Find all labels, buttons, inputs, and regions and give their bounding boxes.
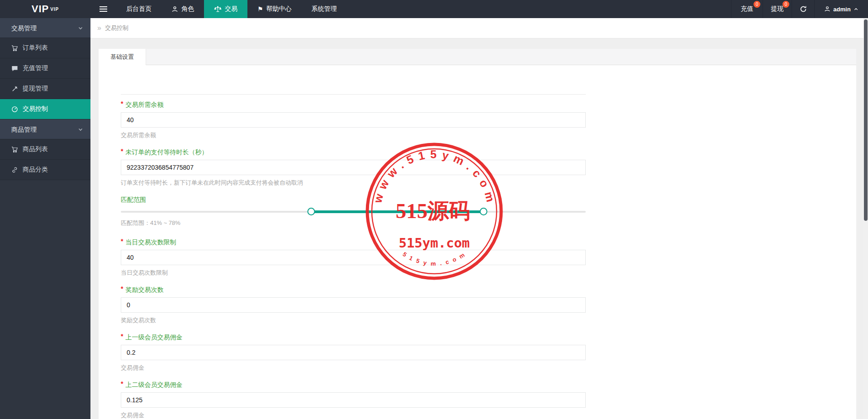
required-asterisk: * bbox=[121, 238, 123, 245]
nav-item-home[interactable]: 后台首页 bbox=[116, 0, 161, 18]
cart-icon bbox=[11, 45, 18, 52]
field-label: 匹配范围 bbox=[121, 196, 146, 204]
required-asterisk: * bbox=[121, 100, 123, 107]
link-icon bbox=[11, 167, 18, 173]
range-handle-max[interactable] bbox=[479, 208, 487, 215]
recharge-badge: 0 bbox=[754, 1, 760, 8]
sidebar-item-product-list[interactable]: 商品列表 bbox=[0, 139, 90, 160]
field-required-balance: * 交易所需余额 交易所需余额 bbox=[121, 100, 586, 139]
field-hint: 交易所需余额 bbox=[121, 131, 586, 139]
nav-item-roles[interactable]: 角色 bbox=[161, 0, 204, 18]
required-asterisk: * bbox=[121, 285, 123, 292]
reward-trade-count-input[interactable] bbox=[121, 297, 586, 313]
settings-form: * 交易所需余额 交易所需余额 * 未订单的支付等待时长（秒） 订单支付等待时长… bbox=[121, 94, 586, 419]
sidebar-item-trade-control[interactable]: 交易控制 bbox=[0, 99, 90, 119]
sidebar-item-label: 充值管理 bbox=[23, 64, 48, 72]
sidebar-item-recharge-management[interactable]: 充值管理 bbox=[0, 58, 90, 79]
field-label-row: * 未订单的支付等待时长（秒） bbox=[121, 148, 586, 157]
app-logo: VIPVIP bbox=[0, 0, 90, 18]
tab-label: 基础设置 bbox=[110, 53, 134, 60]
scrollbar-thumb[interactable] bbox=[864, 19, 868, 221]
match-range-slider bbox=[121, 207, 586, 216]
nav-item-help[interactable]: ⚑ 帮助中心 bbox=[247, 0, 302, 18]
field-label-row: * 交易所需余额 bbox=[121, 100, 586, 110]
recharge-button[interactable]: 充值 0 bbox=[731, 0, 763, 18]
nav-item-label: 系统管理 bbox=[312, 5, 337, 13]
daily-trade-limit-input[interactable] bbox=[121, 250, 586, 265]
required-balance-input[interactable] bbox=[121, 112, 586, 128]
field-hint: 奖励交易次数 bbox=[121, 316, 586, 324]
sidebar-item-label: 订单列表 bbox=[23, 44, 48, 52]
gauge-icon bbox=[11, 106, 18, 113]
form-divider bbox=[121, 94, 586, 95]
field-hint: 当日交易次数限制 bbox=[121, 269, 586, 277]
field-hint: 匹配范围：41% ~ 78% bbox=[121, 219, 586, 227]
breadcrumb-arrow-icon: » bbox=[97, 24, 101, 32]
required-asterisk: * bbox=[121, 148, 123, 155]
comment-icon bbox=[11, 65, 18, 72]
nav-item-label: 后台首页 bbox=[126, 5, 152, 13]
field-level1-commission: * 上一级会员交易佣金 交易佣金 bbox=[121, 333, 586, 372]
field-match-range: 匹配范围 匹配范围：41% ~ 78% bbox=[121, 195, 586, 227]
chevron-down-icon bbox=[78, 25, 83, 31]
sidebar-group-label: 交易管理 bbox=[11, 24, 37, 32]
refresh-icon bbox=[800, 5, 807, 13]
sidebar-group-trade-management[interactable]: 交易管理 bbox=[0, 18, 90, 38]
sidebar-item-label: 商品列表 bbox=[23, 145, 48, 153]
chevron-down-icon bbox=[78, 127, 83, 132]
field-hint: 订单支付等待时长，新下订单未在此时间内容完成支付将会被自动取消 bbox=[121, 179, 586, 187]
nav-item-label: 交易 bbox=[225, 5, 237, 13]
field-label: 当日交易次数限制 bbox=[125, 238, 176, 247]
withdraw-label: 提现 bbox=[771, 5, 784, 13]
field-label: 交易所需余额 bbox=[125, 101, 163, 109]
tab-basic-settings[interactable]: 基础设置 bbox=[99, 49, 146, 65]
sidebar-group-product-management[interactable]: 商品管理 bbox=[0, 119, 90, 139]
nav-item-trade[interactable]: 交易 bbox=[204, 0, 247, 18]
withdraw-button[interactable]: 提现 0 bbox=[763, 0, 792, 18]
level1-commission-input[interactable] bbox=[121, 345, 586, 360]
field-label: 奖励交易次数 bbox=[125, 286, 163, 294]
vertical-scrollbar[interactable] bbox=[863, 18, 868, 419]
required-asterisk: * bbox=[121, 333, 123, 340]
sidebar-item-withdraw-management[interactable]: 提现管理 bbox=[0, 79, 90, 99]
recharge-label: 充值 bbox=[741, 5, 754, 13]
refresh-button[interactable] bbox=[792, 0, 814, 18]
field-payment-wait-time: * 未订单的支付等待时长（秒） 订单支付等待时长，新下订单未在此时间内容完成支付… bbox=[121, 148, 586, 187]
logo-text: VIP bbox=[32, 3, 49, 15]
range-selected-bar bbox=[311, 210, 483, 213]
hamburger-icon bbox=[100, 6, 107, 7]
field-hint: 交易佣金 bbox=[121, 364, 586, 372]
sidebar-item-label: 交易控制 bbox=[23, 105, 48, 113]
field-label: 上二级会员交易佣金 bbox=[125, 381, 182, 389]
content-panel: 基础设置 * 交易所需余额 交易所需余额 * 未订单的支付等待时长（秒） 订单支… bbox=[99, 49, 856, 419]
sidebar-group-label: 商品管理 bbox=[11, 126, 37, 133]
tab-bar: 基础设置 bbox=[99, 49, 856, 65]
breadcrumb-title: 交易控制 bbox=[105, 24, 128, 32]
nav-item-label: 角色 bbox=[181, 5, 194, 13]
payment-wait-time-input[interactable] bbox=[121, 160, 586, 175]
field-label: 上一级会员交易佣金 bbox=[125, 333, 182, 342]
logo-sup-text: VIP bbox=[50, 7, 59, 12]
sidebar-item-label: 商品分类 bbox=[23, 166, 48, 174]
field-hint: 交易佣金 bbox=[121, 411, 586, 419]
chevron-up-icon bbox=[854, 7, 859, 12]
admin-username: admin bbox=[833, 6, 850, 13]
sidebar-item-label: 提现管理 bbox=[23, 85, 48, 93]
flag-icon: ⚑ bbox=[257, 6, 263, 12]
field-label-row: * 上二级会员交易佣金 bbox=[121, 381, 586, 390]
field-label-row: 匹配范围 bbox=[121, 195, 586, 205]
gavel-icon bbox=[11, 86, 18, 92]
sidebar-item-product-category[interactable]: 商品分类 bbox=[0, 160, 90, 180]
sidebar-toggle-button[interactable] bbox=[90, 0, 116, 18]
withdraw-badge: 0 bbox=[783, 1, 789, 8]
range-handle-min[interactable] bbox=[308, 208, 315, 215]
nav-item-system[interactable]: 系统管理 bbox=[302, 0, 347, 18]
field-label: 未订单的支付等待时长（秒） bbox=[125, 148, 208, 157]
sidebar-item-order-list[interactable]: 订单列表 bbox=[0, 38, 90, 58]
field-daily-trade-limit: * 当日交易次数限制 当日交易次数限制 bbox=[121, 238, 586, 277]
level2-commission-input[interactable] bbox=[121, 392, 586, 408]
scales-icon bbox=[214, 6, 222, 13]
admin-menu-button[interactable]: admin bbox=[814, 0, 868, 18]
nav-item-label: 帮助中心 bbox=[266, 5, 292, 13]
field-level2-commission: * 上二级会员交易佣金 交易佣金 bbox=[121, 381, 586, 419]
